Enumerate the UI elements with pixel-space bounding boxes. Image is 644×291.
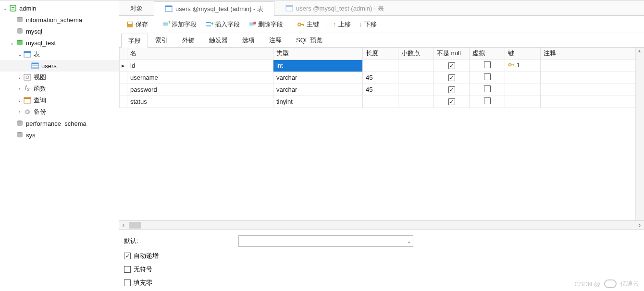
cell-length[interactable]: 45 [363, 84, 398, 96]
tab-options[interactable]: 选项 [235, 33, 262, 47]
cell-length[interactable] [363, 96, 398, 108]
chevron-right-icon[interactable]: › [16, 86, 23, 92]
cell-decimals[interactable] [398, 84, 434, 96]
tab-label: users @mysql_test (admin) - 表 [175, 5, 263, 13]
scroll-thumb[interactable] [129, 222, 141, 229]
table-row[interactable]: passwordvarchar45 [120, 84, 644, 96]
primary-key-button[interactable]: 主键 [293, 18, 323, 31]
col-key[interactable]: 键 [505, 48, 541, 60]
tree-db-mysql-test[interactable]: ⌄ mysql_test [0, 37, 119, 48]
tree-functions[interactable]: › fx 函数 [0, 83, 119, 95]
col-virtual[interactable]: 虚拟 [470, 48, 505, 60]
cell-length[interactable] [363, 60, 398, 72]
svg-rect-22 [286, 5, 293, 7]
tree-queries[interactable]: › 查询 [0, 95, 119, 106]
cell-comment[interactable] [541, 96, 644, 108]
cell-length[interactable]: 45 [363, 72, 398, 84]
cell-not-null[interactable] [434, 60, 470, 72]
table-group-icon [23, 50, 32, 59]
vertical-scrollbar[interactable] [635, 48, 644, 220]
cell-not-null[interactable] [434, 72, 470, 84]
cell-key[interactable] [505, 84, 541, 96]
chevron-down-icon[interactable]: ⌄ [9, 40, 15, 46]
chevron-right-icon[interactable]: › [16, 109, 23, 115]
table-row[interactable]: usernamevarchar45 [120, 72, 644, 84]
delete-field-button[interactable]: 删除字段 [245, 18, 287, 31]
tree-table-users[interactable]: users [0, 60, 119, 72]
scroll-right-icon[interactable]: › [635, 221, 644, 229]
cell-comment[interactable] [541, 60, 644, 72]
cell-virtual[interactable] [470, 72, 505, 84]
tab-sql-preview[interactable]: SQL 预览 [289, 33, 330, 47]
col-comment[interactable]: 注释 [541, 48, 644, 60]
tree-db-sys[interactable]: sys [0, 129, 119, 141]
cell-name[interactable]: status [127, 96, 273, 108]
default-select[interactable]: ⌄ [238, 235, 413, 247]
tab-table-active[interactable]: users @mysql_test (admin) - 表 [154, 1, 274, 16]
tree-db-performance-schema[interactable]: performance_schema [0, 118, 119, 129]
cell-type[interactable]: varchar [273, 84, 363, 96]
cell-not-null[interactable] [434, 84, 470, 96]
auto-increment-checkbox[interactable]: 自动递增 [124, 252, 639, 260]
chevron-right-icon[interactable]: › [16, 98, 23, 103]
save-button[interactable]: 保存 [122, 18, 152, 31]
cell-name[interactable]: password [127, 84, 273, 96]
tab-fields[interactable]: 字段 [121, 34, 148, 48]
cell-comment[interactable] [541, 84, 644, 96]
cell-virtual[interactable] [470, 96, 505, 108]
cell-decimals[interactable] [398, 60, 434, 72]
cell-virtual[interactable] [470, 60, 505, 72]
insert-field-button[interactable]: + 插入字段 [201, 18, 244, 31]
cell-name[interactable]: id [127, 60, 273, 72]
table-row[interactable]: ▸idint1 [120, 60, 644, 72]
tree-db-mysql[interactable]: mysql [0, 25, 119, 37]
col-length[interactable]: 长度 [363, 48, 398, 60]
tab-indexes[interactable]: 索引 [148, 33, 175, 47]
chevron-right-icon[interactable]: › [16, 75, 23, 80]
tree-label: information_schema [26, 16, 82, 24]
watermark-csdn: CSDN @ [574, 280, 600, 288]
cell-type[interactable]: varchar [273, 72, 363, 84]
field-properties: 默认: ⌄ 自动递增 无符号 填充零 [119, 229, 644, 291]
scroll-left-icon[interactable]: ‹ [119, 221, 128, 229]
chevron-down-icon[interactable]: ⌄ [2, 6, 9, 11]
tree-connection-admin[interactable]: ⌄ admin [0, 2, 119, 14]
tree-label: 表 [34, 50, 40, 59]
zerofill-checkbox[interactable]: 填充零 [124, 279, 639, 287]
cell-key[interactable]: 1 [505, 60, 541, 72]
table-row[interactable]: statustinyint [120, 96, 644, 108]
cell-comment[interactable] [541, 72, 644, 84]
tab-triggers[interactable]: 触发器 [202, 33, 235, 47]
move-up-button[interactable]: ↑ 上移 [329, 18, 355, 31]
fields-grid[interactable]: 名 类型 长度 小数点 不是 null 虚拟 键 注释 ▸idint1usern… [119, 48, 644, 220]
horizontal-scrollbar[interactable]: ‹ › [119, 220, 644, 229]
unsigned-checkbox[interactable]: 无符号 [124, 265, 639, 274]
col-name[interactable]: 名 [127, 48, 273, 60]
tab-objects[interactable]: 对象 [119, 1, 154, 15]
cell-type[interactable]: tinyint [273, 96, 363, 108]
tab-comment[interactable]: 注释 [262, 33, 289, 47]
col-decimals[interactable]: 小数点 [398, 48, 434, 60]
tab-foreign-keys[interactable]: 外键 [175, 33, 202, 47]
cell-key[interactable] [505, 96, 541, 108]
move-down-button[interactable]: ↓ 下移 [356, 18, 381, 31]
col-type[interactable]: 类型 [273, 48, 363, 60]
connection-tree[interactable]: ⌄ admin information_schema mysql ⌄ mysql… [0, 0, 119, 291]
col-not-null[interactable]: 不是 null [434, 48, 470, 60]
checkbox-label: 填充零 [134, 279, 152, 287]
cell-virtual[interactable] [470, 84, 505, 96]
chevron-down-icon[interactable]: ⌄ [16, 52, 23, 57]
tree-tables[interactable]: ⌄ 表 [0, 48, 119, 60]
cell-not-null[interactable] [434, 96, 470, 108]
tree-db-information-schema[interactable]: information_schema [0, 14, 119, 25]
cell-key[interactable] [505, 72, 541, 84]
tree-backups[interactable]: › 备份 [0, 106, 119, 118]
add-field-button[interactable]: + 添加字段 [158, 18, 200, 31]
cell-decimals[interactable] [398, 72, 434, 84]
cell-name[interactable]: username [127, 72, 273, 84]
cell-type[interactable]: int [273, 60, 363, 72]
cell-decimals[interactable] [398, 96, 434, 108]
tab-label: users @mysql_test (admin) - 表 [296, 4, 384, 13]
tree-views[interactable]: › 视图 [0, 72, 119, 83]
tab-table-inactive[interactable]: users @mysql_test (admin) - 表 [274, 1, 395, 15]
